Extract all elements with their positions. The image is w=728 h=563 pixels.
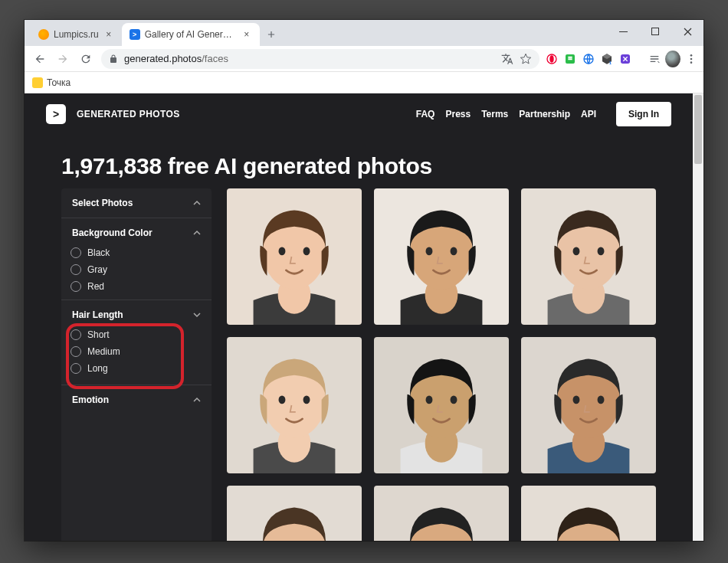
svg-point-35 [451,396,457,404]
svg-text:1: 1 [609,60,612,64]
maximize-button[interactable] [639,20,671,43]
svg-point-30 [303,396,310,404]
chevron-up-icon [193,199,201,207]
svg-point-24 [573,247,580,256]
vertical-scrollbar[interactable] [693,93,703,541]
nav-faq[interactable]: FAQ [416,109,435,119]
bg-color-options: Black Gray Red [61,247,212,300]
option-short[interactable]: Short [71,329,202,340]
chevron-up-icon [193,229,201,237]
hair-length-options: Short Medium Long [61,329,212,385]
tab-label: Lumpics.ru [54,29,99,40]
section-background-color[interactable]: Background Color [61,218,212,247]
address-bar: generated.photos/faces 1 [25,46,703,72]
svg-point-15 [303,247,310,256]
section-emotion[interactable]: Emotion [61,385,212,414]
face-thumbnail[interactable] [374,486,509,541]
radio-icon [71,329,81,340]
reload-button[interactable] [75,48,97,70]
svg-point-29 [279,396,286,404]
face-thumbnail[interactable] [227,188,362,325]
svg-point-40 [598,396,605,404]
minimize-button[interactable] [607,20,639,43]
bookmark-label: Точка [47,77,71,88]
nav-terms[interactable]: Terms [481,109,508,119]
ext-globe[interactable] [581,51,596,67]
radio-icon [71,363,81,374]
svg-rect-1 [652,28,659,35]
nav-partnership[interactable]: Partnership [519,109,570,119]
radio-icon [71,281,81,292]
tab-generated-photos[interactable]: > Gallery of AI Generated Faces | G × [122,23,260,46]
omnibox[interactable]: generated.photos/faces [101,49,539,69]
lock-icon [109,54,118,64]
option-red[interactable]: Red [71,281,202,292]
svg-point-8 [690,54,693,57]
svg-point-14 [279,247,286,256]
bookmarks-bar: Точка [25,72,703,93]
scrollbar-thumb[interactable] [694,95,702,164]
site-logo[interactable]: > [46,104,66,124]
close-tab-icon[interactable]: × [241,29,252,40]
svg-point-39 [573,396,580,404]
page-viewport: > GENERATED PHOTOS FAQ Press Terms Partn… [25,93,703,541]
chevron-down-icon [193,311,201,319]
svg-point-9 [690,57,693,60]
photo-grid [227,188,656,541]
browser-window: Lumpics.ru × > Gallery of AI Generated F… [25,20,703,541]
svg-rect-0 [619,31,628,32]
option-medium[interactable]: Medium [71,346,202,357]
nav-press[interactable]: Press [445,109,471,119]
option-gray[interactable]: Gray [71,264,202,275]
nav-api[interactable]: API [581,109,596,119]
window-controls [607,20,703,43]
face-thumbnail[interactable] [521,486,656,541]
face-thumbnail[interactable] [521,188,656,325]
favicon-generated: > [130,29,140,40]
section-hair-length[interactable]: Hair Length [61,300,212,329]
svg-point-34 [426,396,433,404]
site-brand[interactable]: GENERATED PHOTOS [77,109,180,119]
extensions-row: 1 [544,51,699,67]
ext-green[interactable] [562,51,578,67]
svg-point-20 [451,247,457,256]
face-thumbnail[interactable] [227,337,362,473]
filter-sidebar: Select Photos Background Color Black Gra… [61,188,212,541]
face-thumbnail[interactable] [374,188,509,325]
close-tab-icon[interactable]: × [103,29,114,40]
face-thumbnail[interactable] [374,337,509,473]
new-tab-button[interactable] [261,25,281,44]
radio-icon [71,346,81,357]
face-thumbnail[interactable] [521,337,656,473]
face-thumbnail[interactable] [227,486,362,541]
menu-button[interactable] [684,51,699,67]
svg-point-19 [426,247,433,256]
option-black[interactable]: Black [71,247,202,258]
ext-cube[interactable]: 1 [599,51,615,67]
sign-in-button[interactable]: Sign In [616,102,671,126]
favicon-lumpics [38,29,49,40]
option-long[interactable]: Long [71,363,202,374]
forward-button[interactable] [52,48,74,70]
reading-list-icon[interactable] [647,51,662,67]
site-header: > GENERATED PHOTOS FAQ Press Terms Partn… [25,93,693,135]
url-text: generated.photos/faces [124,53,495,64]
profile-avatar[interactable] [665,51,680,67]
tab-label: Gallery of AI Generated Faces | G [145,29,237,40]
svg-point-25 [598,247,605,256]
section-select-photos[interactable]: Select Photos [61,188,212,218]
ext-purple[interactable] [618,51,633,67]
star-icon[interactable] [520,53,532,65]
svg-point-10 [690,61,693,64]
translate-icon[interactable] [501,53,513,65]
ext-opera[interactable] [544,51,559,67]
tab-lumpics[interactable]: Lumpics.ru × [31,23,122,46]
radio-icon [71,264,81,275]
page-content: > GENERATED PHOTOS FAQ Press Terms Partn… [25,93,693,541]
tab-strip: Lumpics.ru × > Gallery of AI Generated F… [25,20,703,46]
hero: 1,971,838 free AI generated photos [25,135,693,188]
bookmark-tochka[interactable]: Точка [32,77,71,88]
window-close-button[interactable] [671,20,703,43]
back-button[interactable] [29,48,51,70]
main-content: Select Photos Background Color Black Gra… [25,188,693,541]
